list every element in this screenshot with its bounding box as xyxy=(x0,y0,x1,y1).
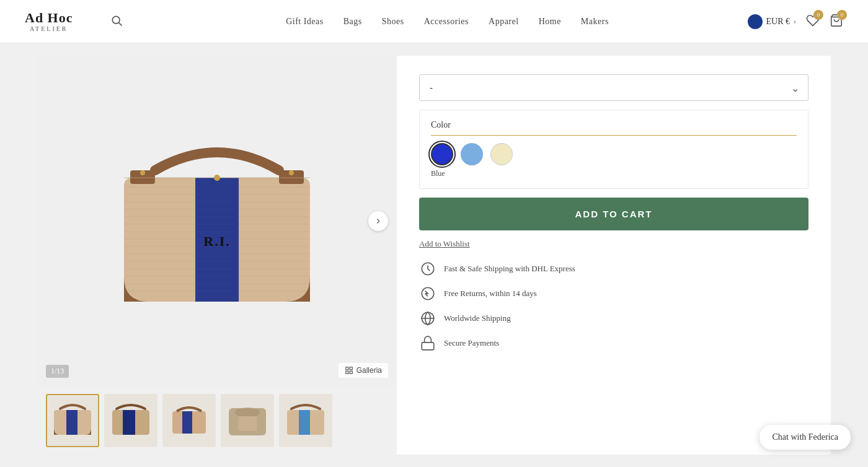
color-section: Color Blue xyxy=(419,110,808,189)
returns-icon xyxy=(419,285,436,302)
secure-info: Secure Payments xyxy=(419,334,808,352)
color-swatches xyxy=(431,143,797,165)
logo-main: Ad Hoc xyxy=(25,11,73,25)
svg-rect-51 xyxy=(182,411,192,434)
svg-text:R.I.: R.I. xyxy=(203,234,230,249)
thumbnail-2[interactable] xyxy=(104,394,157,447)
thumb-3-image xyxy=(167,399,211,442)
svg-point-53 xyxy=(235,408,260,417)
color-label: Color xyxy=(431,120,797,136)
nav-item-shoes[interactable]: Shoes xyxy=(382,17,404,27)
nav-item-home[interactable]: Home xyxy=(539,17,561,27)
color-swatch-blue[interactable] xyxy=(431,143,453,165)
size-select-input[interactable]: - One Size xyxy=(420,75,808,100)
color-item-blue xyxy=(431,143,453,165)
currency-label: EUR € xyxy=(766,17,790,27)
nav-item-accessories[interactable]: Accessories xyxy=(424,17,469,27)
logo-sub: ATELIER xyxy=(25,25,73,32)
svg-rect-54 xyxy=(238,416,257,431)
secure-text: Secure Payments xyxy=(444,338,499,348)
currency-chevron-icon: › xyxy=(794,17,796,26)
chat-widget[interactable]: Chat with Federica xyxy=(760,425,851,450)
main-image-container: R.I. xyxy=(37,56,397,386)
wishlist-badge: 0 xyxy=(813,10,823,20)
search-button[interactable] xyxy=(110,14,123,29)
cart-badge: 0 xyxy=(837,10,847,20)
secure-icon xyxy=(419,334,436,352)
shipping-icon xyxy=(419,260,436,277)
worldwide-icon xyxy=(419,310,436,327)
svg-line-1 xyxy=(118,22,122,25)
thumbnail-3[interactable] xyxy=(162,394,216,447)
color-item-cream xyxy=(490,143,513,165)
svg-point-0 xyxy=(112,16,120,24)
galleria-button[interactable]: Galleria xyxy=(339,363,388,378)
currency-selector[interactable]: EUR € › xyxy=(748,14,797,29)
product-info: - One Size ⌄ Color xyxy=(397,56,831,455)
thumbnail-strip xyxy=(37,386,397,455)
thumb-1-image xyxy=(51,399,94,442)
color-item-lightblue xyxy=(461,143,483,165)
thumb-5-image xyxy=(284,399,327,442)
selected-color-name: Blue xyxy=(431,169,797,178)
product-container: R.I. xyxy=(37,56,831,455)
nav-item-makers[interactable]: Makers xyxy=(581,17,609,27)
svg-point-41 xyxy=(214,175,220,181)
thumbnail-5[interactable] xyxy=(279,394,332,447)
header-right: EUR € › 0 0 xyxy=(748,14,844,30)
add-to-wishlist-link[interactable]: Add to Wishlist xyxy=(419,239,808,249)
svg-point-39 xyxy=(289,170,294,175)
worldwide-text: Worldwide Shipping xyxy=(444,313,511,323)
svg-rect-43 xyxy=(350,367,352,370)
worldwide-info: Worldwide Shipping xyxy=(419,310,808,327)
svg-rect-56 xyxy=(299,410,310,435)
color-swatch-cream[interactable] xyxy=(490,143,513,165)
svg-rect-60 xyxy=(422,343,434,350)
product-info-items: Fast & Safe Shipping with DHL Express Fr… xyxy=(419,260,808,352)
image-section: R.I. xyxy=(37,56,397,455)
product-main-image: R.I. xyxy=(99,116,335,326)
currency-flag-icon xyxy=(748,14,763,29)
returns-text: Free Returns, within 14 days xyxy=(444,289,537,299)
logo[interactable]: Ad Hoc ATELIER xyxy=(25,11,73,32)
svg-rect-49 xyxy=(123,410,135,435)
image-counter: 1/13 xyxy=(46,365,69,378)
shipping-info: Fast & Safe Shipping with DHL Express xyxy=(419,260,808,277)
svg-rect-47 xyxy=(66,410,78,435)
thumbnail-1[interactable] xyxy=(46,394,99,447)
galleria-label: Galleria xyxy=(356,366,382,375)
size-selector[interactable]: - One Size ⌄ xyxy=(419,74,808,101)
svg-rect-44 xyxy=(345,371,348,373)
nav-item-gift-ideas[interactable]: Gift Ideas xyxy=(286,17,324,27)
cart-button[interactable]: 0 xyxy=(830,14,843,30)
svg-point-38 xyxy=(140,170,145,175)
chevron-right-icon xyxy=(374,217,383,225)
add-to-cart-button[interactable]: ADD TO CART xyxy=(419,198,808,230)
returns-info: Free Returns, within 14 days xyxy=(419,285,808,302)
svg-rect-42 xyxy=(345,367,348,370)
main-nav: Gift Ideas Bags Shoes Accessories Appare… xyxy=(148,17,748,27)
color-swatch-lightblue[interactable] xyxy=(461,143,483,165)
svg-rect-45 xyxy=(350,371,352,373)
bag-illustration: R.I. xyxy=(99,116,335,326)
shipping-text: Fast & Safe Shipping with DHL Express xyxy=(444,264,575,274)
header: Ad Hoc ATELIER Gift Ideas Bags Shoes Acc… xyxy=(0,0,868,43)
thumb-4-image xyxy=(226,399,269,442)
search-icon xyxy=(110,14,123,27)
nav-item-apparel[interactable]: Apparel xyxy=(489,17,519,27)
thumb-2-image xyxy=(109,399,153,442)
nav-item-bags[interactable]: Bags xyxy=(343,17,362,27)
grid-icon xyxy=(345,366,353,375)
thumbnail-4[interactable] xyxy=(221,394,274,447)
next-image-button[interactable] xyxy=(368,211,388,231)
wishlist-button[interactable]: 0 xyxy=(806,14,820,30)
page-wrapper: R.I. xyxy=(0,43,868,467)
